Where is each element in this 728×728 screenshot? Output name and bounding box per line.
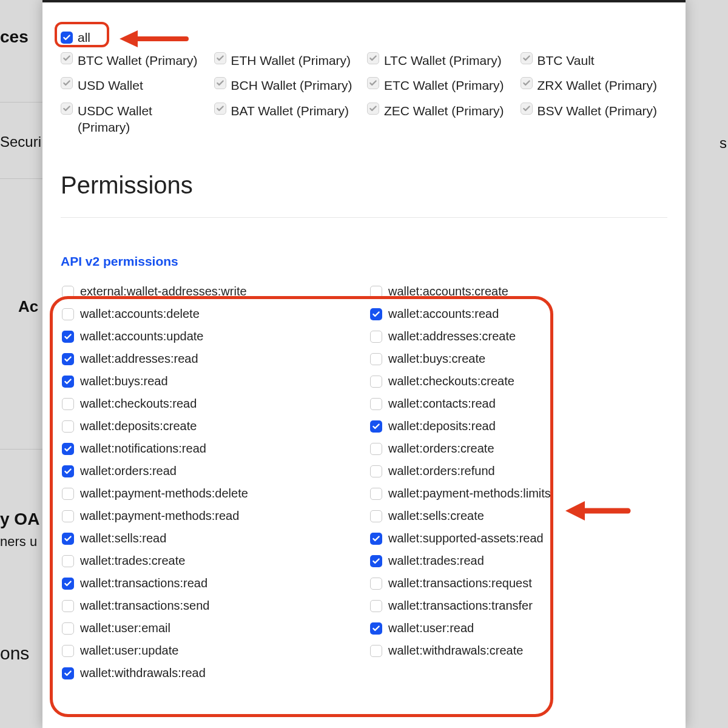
permission-item[interactable]: wallet:orders:read [62, 464, 358, 478]
permission-label: wallet:payment-methods:limits [388, 487, 551, 500]
wallet-item-label: ETH Wallet (Primary) [231, 52, 351, 69]
permissions-grid: external:wallet-addresses:writewallet:ac… [61, 283, 667, 681]
permission-label: wallet:orders:read [80, 464, 177, 478]
permission-item[interactable]: wallet:sells:read [62, 531, 358, 545]
wallet-item-label: ZRX Wallet (Primary) [538, 77, 658, 93]
permission-item[interactable]: wallet:buys:create [370, 352, 666, 366]
permission-item[interactable]: external:wallet-addresses:write [62, 285, 358, 298]
permission-item[interactable]: wallet:buys:read [62, 374, 358, 388]
permission-item[interactable]: wallet:payment-methods:limits [370, 487, 666, 500]
permission-label: wallet:supported-assets:read [388, 531, 544, 545]
wallet-all-row[interactable]: all [61, 30, 667, 45]
permission-item[interactable]: wallet:notifications:read [62, 442, 358, 456]
checkbox-unchecked-icon [62, 510, 74, 522]
permission-label: wallet:deposits:read [388, 419, 496, 433]
checkbox-disabled-checked-icon [214, 52, 226, 64]
wallet-item[interactable]: LTC Wallet (Primary) [367, 52, 514, 69]
wallet-grid: BTC Wallet (Primary)ETH Wallet (Primary)… [61, 52, 667, 135]
permission-label: external:wallet-addresses:write [80, 285, 247, 298]
permission-item[interactable]: wallet:user:email [62, 621, 358, 635]
checkbox-unchecked-icon [370, 286, 382, 298]
permission-item[interactable]: wallet:trades:read [370, 554, 666, 568]
permission-item[interactable]: wallet:supported-assets:read [370, 531, 666, 545]
permission-label: wallet:transactions:read [80, 576, 207, 590]
wallet-item[interactable]: ZEC Wallet (Primary) [367, 103, 514, 136]
permission-item[interactable]: wallet:accounts:create [370, 285, 666, 298]
permission-item[interactable]: wallet:trades:create [62, 554, 358, 568]
wallet-item[interactable]: BCH Wallet (Primary) [214, 77, 362, 93]
checkbox-unchecked-icon [62, 488, 74, 500]
permission-label: wallet:transactions:transfer [388, 599, 533, 613]
checkbox-disabled-checked-icon [214, 77, 226, 89]
permission-item[interactable]: wallet:transactions:read [62, 576, 358, 590]
checkbox-unchecked-icon [370, 443, 382, 455]
permission-item[interactable]: wallet:deposits:read [370, 419, 666, 433]
wallet-item[interactable]: ETC Wallet (Primary) [367, 77, 514, 93]
checkbox-disabled-checked-icon [521, 52, 533, 64]
checkbox-unchecked-icon [370, 488, 382, 500]
permission-item[interactable]: wallet:checkouts:create [370, 374, 666, 388]
permission-label: wallet:addresses:read [80, 352, 198, 366]
checkbox-disabled-checked-icon [367, 52, 379, 64]
permission-label: wallet:sells:read [80, 531, 166, 545]
permission-item[interactable]: wallet:orders:create [370, 442, 666, 456]
checkbox-checked-icon [62, 465, 74, 477]
permission-item[interactable]: wallet:payment-methods:read [62, 509, 358, 523]
permission-item[interactable]: wallet:accounts:read [370, 307, 666, 321]
permission-label: wallet:contacts:read [388, 397, 496, 411]
permission-label: wallet:transactions:request [388, 576, 532, 590]
bg-text: ners u [0, 534, 37, 550]
wallet-item[interactable]: ZRX Wallet (Primary) [521, 77, 668, 93]
permission-item[interactable]: wallet:orders:refund [370, 464, 666, 478]
permission-item[interactable]: wallet:transactions:request [370, 576, 666, 590]
permission-item[interactable]: wallet:withdrawals:read [62, 666, 358, 680]
wallet-item-label: BCH Wallet (Primary) [231, 77, 352, 93]
checkbox-unchecked-icon [62, 600, 74, 612]
permission-label: wallet:orders:refund [388, 464, 495, 478]
checkbox-checked-icon [62, 353, 74, 365]
wallet-item[interactable]: BTC Vault [521, 52, 668, 69]
permission-item[interactable]: wallet:deposits:create [62, 419, 358, 433]
wallet-item-label: BTC Vault [538, 52, 595, 69]
wallet-item[interactable]: ETH Wallet (Primary) [214, 52, 362, 69]
permission-label: wallet:deposits:create [80, 419, 197, 433]
permission-label: wallet:accounts:create [388, 285, 508, 298]
checkbox-checked-icon [62, 443, 74, 455]
checkbox-disabled-checked-icon [367, 103, 379, 115]
bg-divider [0, 102, 42, 103]
permission-item[interactable]: wallet:transactions:transfer [370, 599, 666, 613]
permission-item[interactable]: wallet:checkouts:read [62, 397, 358, 411]
permission-item[interactable]: wallet:accounts:update [62, 329, 358, 343]
wallet-item[interactable]: BAT Wallet (Primary) [214, 103, 362, 136]
permission-item[interactable]: wallet:user:update [62, 644, 358, 658]
wallets-section: all BTC Wallet (Primary)ETH Wallet (Prim… [61, 30, 667, 135]
permission-label: wallet:withdrawals:read [80, 666, 206, 680]
permission-item[interactable]: wallet:accounts:delete [62, 307, 358, 321]
checkbox-unchecked-icon [62, 308, 74, 320]
checkbox-unchecked-icon [62, 286, 74, 298]
wallet-item-label: BAT Wallet (Primary) [231, 103, 349, 119]
bg-text: ons [0, 643, 29, 664]
permission-item[interactable]: wallet:sells:create [370, 509, 666, 523]
checkbox-unchecked-icon [62, 622, 74, 635]
permission-item[interactable]: wallet:withdrawals:create [370, 644, 666, 658]
wallet-item[interactable]: USDC Wallet (Primary) [61, 103, 208, 136]
wallet-all-label: all [78, 30, 90, 45]
bg-text: Ac [18, 297, 38, 316]
checkbox-unchecked-icon [62, 398, 74, 410]
checkbox-checked-icon [62, 578, 74, 590]
permission-item[interactable]: wallet:addresses:create [370, 329, 666, 343]
permission-item[interactable]: wallet:contacts:read [370, 397, 666, 411]
permission-item[interactable]: wallet:transactions:send [62, 599, 358, 613]
checkbox-unchecked-icon [62, 555, 74, 567]
permission-label: wallet:user:email [80, 621, 170, 635]
permission-item[interactable]: wallet:addresses:read [62, 352, 358, 366]
permission-item[interactable]: wallet:user:read [370, 621, 666, 635]
permission-label: wallet:payment-methods:delete [80, 487, 248, 500]
checkbox-checked-icon [370, 308, 382, 320]
permission-item[interactable]: wallet:payment-methods:delete [62, 487, 358, 500]
wallet-item[interactable]: USD Wallet [61, 77, 208, 93]
wallet-item[interactable]: BTC Wallet (Primary) [61, 52, 208, 69]
permission-label: wallet:accounts:update [80, 329, 203, 343]
wallet-item[interactable]: BSV Wallet (Primary) [521, 103, 668, 136]
